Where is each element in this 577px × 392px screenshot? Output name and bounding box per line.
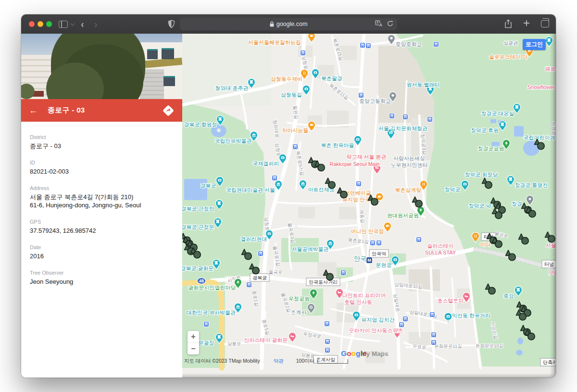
- browser-toolbar: ‹ › google.com: [21, 14, 556, 34]
- close-window-button[interactable]: [29, 21, 35, 27]
- field-id: ID82021-02-003: [30, 160, 174, 176]
- login-button[interactable]: 로그인: [523, 39, 546, 50]
- map-poi-label: 종묘: [503, 293, 514, 299]
- map-attribution: 지도 데이터 ©2023 TMap Mobility 약관 100미터: [184, 358, 348, 365]
- bus-stop-icon: [359, 93, 364, 98]
- map-poi-label: 운현궁: [376, 262, 392, 268]
- field-label: District: [30, 134, 174, 140]
- field-address: Address서울 종로구 북촌로4길 7(가회동 210)61-6, Hunj…: [30, 185, 174, 209]
- bus-stop-icon: [204, 322, 209, 327]
- map-zoom-control: + −: [188, 331, 199, 354]
- map-poi-label: Rakkojae Seoul Main···: [330, 161, 385, 167]
- back-arrow-icon[interactable]: ←: [29, 105, 38, 116]
- chevron-down-icon[interactable]: [71, 21, 75, 25]
- road-label: 율곡로: [269, 269, 283, 275]
- bus-stop-icon: [389, 114, 395, 119]
- field-value: 종로구 - 03: [30, 142, 174, 150]
- route-shield-number: 48: [199, 278, 204, 283]
- field-value: Jeon Seeyoung: [30, 278, 174, 286]
- map-poi-label: 서울: [546, 242, 556, 248]
- google-my-maps-watermark: GoogleMy Maps: [341, 349, 388, 358]
- bus-stop-icon: [356, 181, 362, 187]
- bus-stop-icon: [341, 270, 346, 276]
- bus-stop-icon: [325, 321, 330, 327]
- map-poi-label: 슬라스테이: [427, 243, 454, 249]
- map-poi-label: 익선동 한옥거리: [452, 313, 490, 318]
- bus-stop-icon: [293, 144, 298, 150]
- map-poi-label: 경복궁: [201, 183, 216, 189]
- bus-stop-icon: [247, 282, 252, 288]
- boxed-road-label-text: 단축키: [543, 360, 556, 365]
- tab-overview-button[interactable]: [541, 20, 549, 27]
- bus-stop-icon: [376, 240, 382, 246]
- zoom-in-button[interactable]: +: [188, 331, 199, 343]
- field-gps: GPS37.579243, 126.985742: [30, 219, 174, 235]
- bus-stop-icon: [360, 43, 365, 48]
- map-poi-label: 북촌삼계탕: [395, 187, 422, 193]
- bus-stop-icon: [301, 51, 306, 56]
- field-label: GPS: [30, 219, 174, 225]
- map-poi-label: 어니언 안국점: [351, 228, 384, 234]
- bus-stop-icon: [325, 348, 330, 353]
- map-poi-label: 호스텔토미: [438, 298, 464, 303]
- bus-stop-icon: [272, 176, 277, 181]
- field-tree-observer: Tree ObserverJeon Seeyoung: [30, 270, 174, 286]
- bus-stop-icon: [370, 240, 376, 246]
- boxed-road-label-text: 안국동사거리: [309, 279, 338, 285]
- map-canvas[interactable]: 삼청로북촌로15길북촌로11길청와대로삼청로팔판길북촌로5가길계동길창덕궁3길창…: [182, 34, 556, 378]
- url-bar[interactable]: google.com: [180, 18, 397, 30]
- terms-link[interactable]: 약관: [274, 358, 284, 365]
- share-icon[interactable]: [504, 19, 512, 28]
- field-district: District종로구 - 03: [30, 134, 174, 150]
- zoom-out-button[interactable]: −: [188, 343, 199, 354]
- map-poi-label: 문광장: [199, 340, 214, 346]
- map-poi-label: 호텔 인사동: [344, 299, 372, 305]
- reload-icon[interactable]: [387, 20, 393, 27]
- boxed-road-label-text: 터널: [544, 262, 554, 267]
- road-label: 돈화문로10길: [476, 343, 503, 348]
- map-poi-label: 조계사: [291, 309, 307, 315]
- map-poi-label: 페르시: [545, 66, 556, 72]
- map-poi-label: 중앙고등학교: [359, 98, 391, 104]
- fullscreen-window-button[interactable]: [46, 21, 52, 27]
- place-header: ← 종로구 - 03: [21, 99, 182, 122]
- map-poi-label: 경복궁 근정문: [182, 224, 214, 230]
- privacy-shield-icon[interactable]: [168, 20, 175, 30]
- new-tab-button[interactable]: [523, 19, 530, 27]
- map-poi-label: 삼청동길: [281, 92, 302, 98]
- map-poi-label: 북촌팔경: [321, 76, 342, 81]
- map-poi-label: 현대원서공원: [387, 213, 419, 218]
- map-poi-label: 런던베이글: [345, 190, 371, 196]
- forward-button[interactable]: ›: [94, 19, 98, 29]
- url-text: google.com: [276, 21, 308, 27]
- bus-stop-icon: [427, 117, 433, 122]
- field-value: 37.579243, 126.985742: [30, 227, 174, 235]
- translate-icon[interactable]: [375, 20, 383, 27]
- field-label: Tree Observer: [30, 270, 174, 276]
- map-poi-label: 서울공예박물관: [292, 246, 329, 252]
- back-button[interactable]: ‹: [81, 19, 84, 29]
- map-poi-label: 차마시는뜰: [282, 127, 309, 133]
- field-label: Address: [30, 185, 174, 191]
- minimize-window-button[interactable]: [38, 21, 43, 27]
- map-poi-label: 나인트리 프리미어: [342, 292, 386, 298]
- sidebar-toggle-icon[interactable]: [59, 21, 68, 28]
- bus-stop-icon: [258, 251, 263, 256]
- browser-window: ‹ › google.com: [21, 14, 556, 378]
- place-photo: [21, 34, 182, 99]
- map-poi-label: 광화문시민열린마당: [188, 285, 236, 291]
- map-pin-M[interactable]: M: [366, 257, 373, 264]
- map-poi-label: 이다: [480, 241, 490, 247]
- map-poi-label: 대한민국 역사박물관: [187, 310, 236, 316]
- map-poi-label: 오라카이 인사동스위츠: [349, 328, 403, 333]
- map-poi-label: SULLA STAY: [425, 250, 456, 255]
- map-poi-label: 뮤지엄 김치간: [361, 317, 394, 323]
- map-poi-label: 오라: [549, 270, 556, 276]
- map-poi-label: 국립어린이과학: [524, 135, 556, 140]
- bus-stop-icon: [403, 114, 408, 120]
- field-value: 82021-02-003: [30, 167, 174, 176]
- map-poi-label: 창덕궁 낙: [468, 203, 491, 209]
- bus-stop-icon: [431, 332, 437, 338]
- map-poi-label: 락고재 서울 본관: [346, 154, 386, 160]
- directions-icon[interactable]: [162, 104, 175, 117]
